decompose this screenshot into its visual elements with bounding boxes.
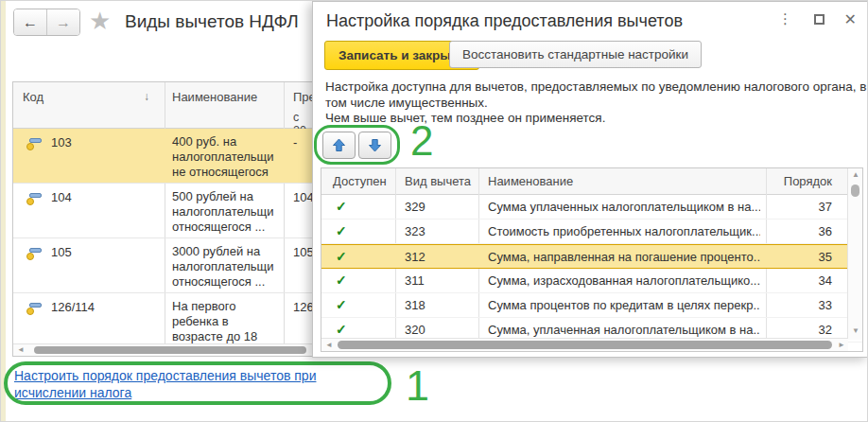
list-element-icon	[26, 302, 43, 316]
scrollbar-thumb[interactable]	[338, 341, 832, 349]
cell-type: 311	[405, 273, 425, 288]
cell-code: 105	[51, 245, 72, 259]
table-row[interactable]: ✓ 323 Стоимость приобретенных налогоплат…	[321, 220, 862, 244]
table-row[interactable]: ✓ 311 Сумма, израсходованная налогоплате…	[321, 269, 862, 293]
table-row[interactable]: 103 400 руб. на налогоплательщи не относ…	[13, 129, 313, 184]
forward-icon: →	[56, 14, 71, 31]
app-window: ← → ★ Виды вычетов НДФЛ Код ↓ Наименован…	[0, 0, 868, 422]
cell-name: Сумма, уплаченная налогоплательщиком в н…	[488, 323, 760, 337]
check-icon: ✓	[336, 297, 347, 312]
history-nav: ← →	[13, 9, 80, 36]
table-row[interactable]: 126/114 На первого ребенка в возрасте до…	[13, 293, 313, 348]
move-down-icon	[368, 138, 382, 152]
restore-defaults-button[interactable]: Восстановить стандартные настройки	[449, 41, 702, 68]
cell-name: Сумма уплаченных налогоплательщиком в на…	[488, 200, 760, 214]
dialog-description: Настройка доступна для вычетов, предоста…	[325, 79, 868, 127]
forward-button[interactable]: →	[46, 9, 79, 35]
scroll-left-icon[interactable]: ◄	[17, 346, 25, 354]
list-element-icon	[26, 137, 43, 151]
annotation-number-1: 1	[406, 361, 429, 411]
column-header-name[interactable]: Наименование	[488, 174, 573, 188]
cell-type: 329	[405, 200, 425, 214]
check-icon: ✓	[336, 273, 347, 288]
cell-name: 3000 рублей на налогоплательщи относящег…	[172, 244, 280, 290]
table-row[interactable]: ✓ 318 Сумма процентов по кредитам в целя…	[321, 293, 862, 318]
horizontal-scrollbar[interactable]: ◄ ►	[321, 338, 848, 351]
scroll-up-icon[interactable]: ▲	[852, 171, 859, 179]
list-element-icon	[26, 247, 43, 261]
table-header: Доступен Вид вычета Наименование Порядок	[321, 168, 862, 195]
table-row[interactable]: 104 500 рублей на налогоплательщи относя…	[13, 184, 313, 238]
cell-name: Сумма, направленная на погашение процент…	[488, 250, 760, 264]
more-menu-icon[interactable]: ⋮	[778, 10, 792, 27]
check-icon: ✓	[336, 223, 347, 238]
cell-name: На первого ребенка в возрасте до 18	[172, 299, 280, 344]
list-element-icon	[26, 192, 43, 206]
column-header-name[interactable]: Наименование	[172, 90, 257, 104]
check-icon: ✓	[336, 322, 347, 337]
table-row[interactable]: 105 3000 рублей на налогоплательщи относ…	[13, 238, 313, 293]
check-icon: ✓	[336, 199, 347, 214]
cell-name: Сумма, израсходованная налогоплательщико…	[488, 273, 760, 288]
favorite-star-icon[interactable]: ★	[89, 7, 111, 36]
close-icon[interactable]: ✕	[844, 10, 857, 28]
column-header-type[interactable]: Вид вычета	[405, 174, 471, 188]
maximize-icon[interactable]	[814, 14, 825, 25]
column-header-order[interactable]: Порядок	[773, 174, 832, 188]
cell-order: 33	[766, 298, 832, 312]
cell-pre: 126	[293, 300, 314, 314]
table-header: Код ↓ Наименование Пре с 20	[13, 82, 313, 129]
cell-code: 126/114	[51, 300, 95, 314]
scroll-down-icon[interactable]: ▼	[852, 327, 859, 335]
cell-pre: 105	[293, 245, 314, 259]
cell-order: 36	[766, 224, 832, 238]
cell-pre: -	[293, 135, 297, 149]
check-icon: ✓	[336, 249, 347, 264]
scroll-left-icon[interactable]: ◄	[325, 342, 333, 349]
cell-name: Стоимость приобретенных налогоплательщик…	[488, 224, 760, 238]
move-down-button[interactable]	[358, 132, 391, 159]
cell-name: Сумма процентов по кредитам в целях пере…	[488, 298, 760, 312]
scrollbar-thumb[interactable]	[851, 185, 859, 197]
cell-order: 37	[766, 200, 832, 214]
horizontal-scrollbar[interactable]: ◄	[13, 343, 313, 356]
column-header-code[interactable]: Код	[23, 90, 43, 104]
configure-order-link[interactable]: Настроить порядок предоставления вычетов…	[14, 367, 385, 401]
cell-order: 34	[766, 273, 832, 288]
cell-code: 103	[51, 135, 72, 149]
scrollbar-thumb[interactable]	[34, 346, 306, 354]
cell-type: 320	[405, 323, 425, 337]
order-settings-dialog: Настройка порядка предоставления вычетов…	[312, 1, 868, 358]
cell-pre: 104	[293, 190, 314, 204]
dialog-title: Настройка порядка предоставления вычетов	[326, 11, 683, 31]
table-row[interactable]: ✓ 329 Сумма уплаченных налогоплательщико…	[321, 195, 862, 220]
page-title: Виды вычетов НДФЛ	[125, 11, 299, 32]
move-up-button[interactable]	[322, 132, 356, 159]
back-button[interactable]: ←	[14, 9, 46, 35]
sort-down-icon: ↓	[144, 90, 149, 103]
cell-order: 35	[766, 250, 832, 264]
scroll-right-icon[interactable]: ►	[838, 342, 845, 349]
cell-type: 312	[405, 250, 425, 264]
cell-type: 318	[405, 298, 425, 312]
deduction-types-table: Код ↓ Наименование Пре с 20 103 400 руб.…	[12, 81, 314, 357]
cell-name: 500 рублей на налогоплательщи относящего…	[172, 189, 280, 235]
cell-code: 104	[51, 190, 72, 204]
cell-name: 400 руб. на налогоплательщи не относящег…	[172, 134, 280, 180]
cell-type: 323	[405, 224, 425, 238]
column-header-available[interactable]: Доступен	[333, 174, 387, 188]
vertical-scrollbar[interactable]: ▲ ▼	[847, 168, 862, 340]
column-header-pre[interactable]: Пре	[293, 90, 314, 104]
table-row-selected[interactable]: ✓ 312 Сумма, направленная на погашение п…	[321, 244, 862, 269]
annotation-number-2: 2	[410, 117, 433, 165]
move-up-icon	[332, 138, 346, 152]
window-left-stripe	[1, 1, 6, 422]
back-icon: ←	[23, 14, 38, 31]
cell-order: 32	[766, 323, 832, 337]
order-table: Доступен Вид вычета Наименование Порядок…	[321, 167, 863, 352]
